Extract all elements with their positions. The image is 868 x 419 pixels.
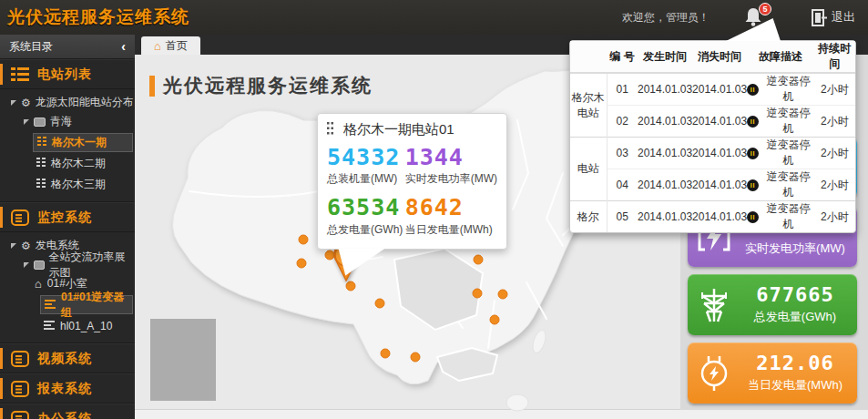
alarm-row[interactable]: 02 2014.01.03 2014.01.03 逆变器停机 2小时	[570, 106, 855, 138]
tab-home[interactable]: ⌂ 首页	[141, 36, 200, 55]
grid-icon	[45, 299, 56, 312]
sidebar-item-station-list[interactable]: 电站列表	[0, 59, 135, 89]
sidebar-item-label: 报表系统	[37, 381, 92, 397]
exit-door-icon	[812, 9, 827, 26]
sidebar-item-label: 办公系统	[37, 411, 92, 419]
card-total-generation[interactable]: 677665 总发电量(GWh)	[688, 274, 857, 335]
house-icon: ⌂	[35, 278, 42, 290]
tree-leaf-label: 格尔木二期	[51, 156, 106, 171]
report-icon	[11, 411, 29, 419]
tree-node-label: 龙源太阳能电站分布	[36, 95, 134, 110]
welcome-text: 欢迎您，管理员！	[622, 10, 710, 26]
caret-expanded-icon	[11, 243, 16, 249]
report-icon	[11, 381, 29, 397]
card-daily-generation[interactable]: 212.06 当日发电量(MWh)	[688, 342, 857, 404]
alarm-row[interactable]: 电站 03 2014.01.03 2014.01.03 逆变器停机 2小时	[570, 138, 855, 169]
sidebar-item-label: 监控系统	[37, 210, 92, 226]
page-title: 光伏远程服务运维系统	[163, 73, 373, 98]
logout-label: 退出	[832, 9, 855, 26]
logout-button[interactable]: 退出	[812, 9, 855, 26]
tree-leaf-label: 01#01逆变器组	[61, 290, 132, 321]
sidebar-item-report-system[interactable]: 报表系统	[0, 373, 135, 404]
tooltip-stat-capacity: 54332 总装机量(MW)	[327, 146, 405, 187]
caret-expanded-icon	[24, 119, 29, 125]
notification-count-badge: 5	[759, 3, 771, 15]
tree-node-power-chart[interactable]: 全站交流功率展示图	[0, 255, 135, 274]
grid-icon	[37, 137, 46, 149]
tree-leaf-geermu-2[interactable]: 格尔木二期	[33, 154, 133, 173]
gear-icon: ⚙	[21, 97, 31, 108]
alarm-row[interactable]: 04 2014.01.03 2014.01.03 逆变器停机 2小时	[570, 169, 855, 201]
card-label: 总发电量(GWh)	[740, 309, 850, 325]
page-heading: 光伏远程服务运维系统	[149, 73, 373, 98]
active-bar	[0, 207, 3, 228]
sidebar-item-office-system[interactable]: 办公系统	[0, 404, 135, 419]
tree-node-label: 青海	[50, 114, 72, 129]
tree-leaf-label: 格尔木三期	[51, 177, 106, 192]
stat-value: 54332	[327, 146, 405, 169]
stat-value: 8642	[405, 196, 497, 220]
tree-leaf-label: 格尔木一期	[52, 135, 107, 150]
grid-icon	[327, 122, 337, 138]
list-icon	[11, 66, 29, 83]
tree-leaf-geermu-3[interactable]: 格尔木三期	[33, 175, 133, 194]
tooltip-stat-realtime-power: 1344 实时发电功率(MW)	[405, 146, 497, 187]
alarm-row[interactable]: 格尔 05 2014.01.03 2014.01.03 逆变器停机 2小时	[570, 201, 855, 233]
sidebar-collapse-button[interactable]: ‹	[121, 39, 126, 54]
alarm-row[interactable]: 格尔木电站 01 2014.01.03 2014.01.03 逆变器停机 2小时	[570, 73, 855, 106]
card-label: 当日发电量(MWh)	[740, 377, 850, 393]
monitor-icon	[34, 261, 45, 270]
tab-home-label: 首页	[166, 38, 188, 54]
tooltip-title-row: 格尔木一期电站01	[318, 114, 506, 142]
alarm-table: 编 号 发生时间 消失时间 故障描述 持续时间 格尔木电站 01 2014.01…	[570, 41, 855, 232]
alarm-group-name: 格尔	[570, 201, 607, 233]
grid-icon	[44, 320, 55, 332]
fault-pause-icon	[747, 179, 759, 191]
station-tooltip: 格尔木一期电站01 54332 总装机量(MW) 1344 实时发电功率(MW)…	[317, 113, 507, 250]
gear-icon: ⚙	[21, 240, 31, 251]
tree-leaf-geermu-1-selected[interactable]: 格尔木一期	[33, 133, 133, 152]
header-right: 欢迎您，管理员！ 5 退出	[622, 0, 868, 35]
tooltip-station-title: 格尔木一期电站01	[343, 121, 454, 138]
sidebar-title: 系统目录	[9, 39, 53, 55]
card-value: 212.06	[740, 353, 850, 374]
report-icon	[11, 351, 29, 367]
stat-label: 总装机量(MW)	[327, 171, 405, 187]
tree-node-distribution[interactable]: ⚙ 龙源太阳能电站分布	[0, 93, 135, 112]
hainan-island	[506, 394, 528, 411]
col-clear-time: 消失时间	[692, 41, 747, 73]
grid-icon	[36, 179, 46, 191]
heading-accent-bar	[149, 76, 155, 97]
active-bar	[0, 408, 3, 419]
sidebar: 系统目录 ‹ 电站列表 ⚙ 龙源太阳能电站分布 青海	[0, 35, 135, 419]
sidebar-item-monitor-system[interactable]: 监控系统	[0, 202, 135, 232]
home-icon: ⌂	[154, 40, 161, 52]
col-id: 编 号	[607, 41, 638, 73]
card-value: 677665	[740, 284, 850, 306]
station-tree: ⚙ 龙源太阳能电站分布 青海 格尔木一期	[0, 89, 135, 202]
tree-node-region[interactable]: 青海	[0, 112, 135, 131]
stat-value: 1344	[405, 146, 497, 169]
caret-expanded-icon	[11, 100, 16, 106]
generation-tree: ⚙ 发电系统 全站交流功率展示图 ⌂ 01#小室 01#01逆变器组	[0, 232, 135, 343]
plug-icon	[688, 355, 740, 392]
card-label: 实时发电功率(MW)	[740, 240, 850, 257]
fault-pause-icon	[747, 148, 759, 159]
tree-leaf-inverter-group-selected[interactable]: 01#01逆变器组	[40, 295, 133, 314]
col-duration: 持续时间	[814, 41, 855, 73]
grid-icon	[36, 158, 46, 170]
active-bar	[0, 348, 3, 369]
active-bar	[0, 64, 3, 85]
fault-pause-icon	[747, 116, 759, 128]
sidebar-item-video-system[interactable]: 视频系统	[0, 343, 135, 373]
alarm-group-name: 电站	[570, 138, 607, 201]
stat-label: 当日发电量(MWh)	[405, 222, 497, 238]
alarm-group-name: 格尔木电站	[570, 73, 607, 138]
fault-pause-icon	[747, 84, 759, 96]
stat-value: 63534	[327, 196, 405, 220]
stat-label: 总发电量(GWh)	[327, 222, 405, 238]
report-icon	[11, 210, 29, 226]
col-fault-desc: 故障描述	[747, 41, 814, 73]
col-group	[570, 41, 607, 73]
app-header: 光伏远程服务运维系统 欢迎您，管理员！ 5 退出	[0, 0, 868, 35]
